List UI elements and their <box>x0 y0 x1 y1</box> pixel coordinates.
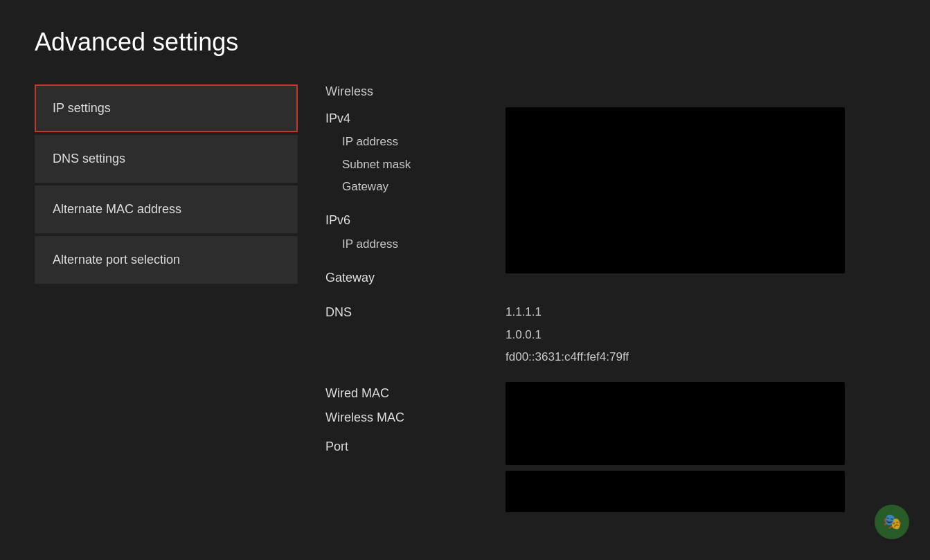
subnet-mask-label: Subnet mask <box>325 154 506 176</box>
right-panel: Wireless IPv4 IP address Subnet mask Gat… <box>325 84 895 532</box>
sidebar-item-dns-settings[interactable]: DNS settings <box>35 135 298 183</box>
sidebar-item-label-dns-settings: DNS settings <box>53 152 125 165</box>
sidebar-item-label-alternate-port: Alternate port selection <box>53 253 180 267</box>
gateway-label-ipv6: Gateway <box>325 267 506 289</box>
watermark: 🎭 <box>875 505 916 546</box>
wireless-label: Wireless <box>325 84 895 99</box>
ipv6-ip-address-label: IP address <box>325 233 506 255</box>
port-label: Port <box>325 435 506 458</box>
sidebar-item-ip-settings[interactable]: IP settings <box>35 84 298 132</box>
page-title: Advanced settings <box>35 28 895 57</box>
ipv4-labels: IPv4 IP address Subnet mask Gateway IPv6… <box>325 107 506 290</box>
dns-value-3: fd00::3631:c4ff:fef4:79ff <box>506 346 895 368</box>
dns-value-1: 1.1.1.1 <box>506 301 895 323</box>
ip-black-box <box>506 107 845 273</box>
content-area: IP settings DNS settings Alternate MAC a… <box>35 84 895 532</box>
ip-address-label: IP address <box>325 131 506 153</box>
sidebar-item-label-alternate-mac: Alternate MAC address <box>53 202 181 216</box>
gateway-label-ipv4: Gateway <box>325 176 506 198</box>
mac-black-box <box>506 382 845 465</box>
ipv4-label: IPv4 <box>325 107 506 129</box>
dns-label: DNS <box>325 301 506 323</box>
sidebar-item-alternate-port[interactable]: Alternate port selection <box>35 236 298 284</box>
sidebar-item-label-ip-settings: IP settings <box>53 101 111 115</box>
dns-section: DNS 1.1.1.1 1.0.0.1 fd00::3631:c4ff:fef4… <box>325 301 895 368</box>
sidebar-item-alternate-mac[interactable]: Alternate MAC address <box>35 186 298 233</box>
ipv4-section: IPv4 IP address Subnet mask Gateway IPv6… <box>325 107 895 290</box>
mac-labels-col: Wired MAC Wireless MAC Port <box>325 382 506 459</box>
port-black-box <box>506 471 845 512</box>
wireless-mac-label: Wireless MAC <box>325 406 506 428</box>
ipv6-label: IPv6 <box>325 209 506 231</box>
sidebar: IP settings DNS settings Alternate MAC a… <box>35 84 298 532</box>
ip-values-col <box>506 107 895 273</box>
dns-label-col: DNS <box>325 301 506 325</box>
page-container: Advanced settings IP settings DNS settin… <box>0 0 930 560</box>
dns-value-2: 1.0.0.1 <box>506 324 895 346</box>
mac-port-section: Wired MAC Wireless MAC Port <box>325 382 895 512</box>
mac-values-col <box>506 382 845 512</box>
watermark-icon: 🎭 <box>875 505 909 539</box>
dns-values-col: 1.1.1.1 1.0.0.1 fd00::3631:c4ff:fef4:79f… <box>506 301 895 368</box>
wired-mac-label: Wired MAC <box>325 382 506 404</box>
